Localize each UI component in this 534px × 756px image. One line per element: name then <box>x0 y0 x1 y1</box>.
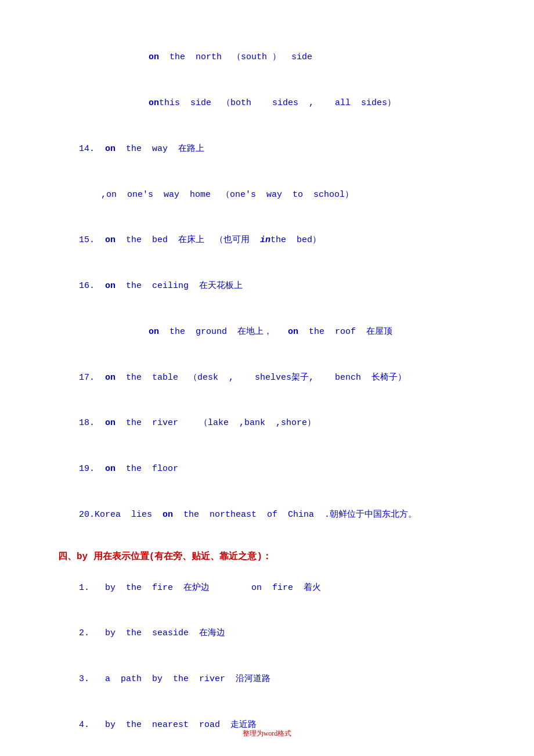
text-20: Korea lies <box>95 510 163 520</box>
line-north-side: on the north （south ） side <box>58 35 488 81</box>
text-16c: the roof 在屋顶 <box>298 327 392 337</box>
text-16b: the ground 在地上， <box>159 327 288 337</box>
kw-on-16: on <box>105 281 116 291</box>
line-14: 14. on the way 在路上 <box>58 127 488 172</box>
line-17: 17. on the table （desk , shelves架子, benc… <box>58 355 488 401</box>
keyword-on2: on <box>149 98 159 108</box>
num-by-1: 1. by the fire 在炉边 on fire 着火 <box>79 583 321 593</box>
kw-on-17: on <box>105 373 116 383</box>
kw-on-18: on <box>105 418 116 428</box>
bottom-label-container: 整理为word格式 <box>0 729 534 739</box>
num-by-3: 3. a path by the river 沿河道路 <box>79 674 270 684</box>
kw-on-15: on <box>105 235 116 245</box>
by-item-3: 3. a path by the river 沿河道路 <box>58 657 488 703</box>
num-19: 19. <box>79 464 105 474</box>
by-item-2: 2. by the seaside 在海边 <box>58 611 488 657</box>
text-19: the floor <box>116 464 178 474</box>
kw-in-15: in <box>260 235 270 245</box>
main-content: on the north （south ） side onthis side （… <box>58 35 488 756</box>
num-20: 20. <box>79 510 95 520</box>
num-by-2: 2. by the seaside 在海边 <box>79 628 225 638</box>
text-14: the way 在路上 <box>116 144 204 154</box>
text-16: the ceiling 在天花板上 <box>116 281 243 291</box>
text-14b: ,on one's way home （one's way to school） <box>91 190 353 200</box>
line-14b: ,on one's way home （one's way to school） <box>58 172 488 218</box>
text-17: the table （desk , shelves架子, bench 长椅子） <box>116 373 406 383</box>
line-16b: on the ground 在地上， on the roof 在屋顶 <box>58 309 488 355</box>
kw-on-19: on <box>105 464 116 474</box>
text-this-side: this side （both sides , all sides） <box>159 98 396 108</box>
line-19: 19. on the floor <box>58 447 488 492</box>
by-item-1: 1. by the fire 在炉边 on fire 着火 <box>58 565 488 611</box>
by-item-4: 4. by the nearest road 走近路 <box>58 703 488 748</box>
kw-on-16c: on <box>288 327 298 337</box>
section-by-title: 四、by 用在表示位置(有在旁、贴近、靠近之意)： <box>58 552 272 562</box>
kw-on-16b: on <box>149 327 159 337</box>
num-17: 17. <box>79 373 105 383</box>
text-15b: the bed） <box>270 235 321 245</box>
kw-on-20: on <box>163 510 173 520</box>
line-20: 20.Korea lies on the northeast of China … <box>58 492 488 538</box>
line-18: 18. on the river （lake ,bank ,shore） <box>58 401 488 447</box>
text-north: the north （south ） side <box>159 52 312 62</box>
bottom-label: 整理为word格式 <box>243 729 292 737</box>
num-15: 15. <box>79 235 105 245</box>
num-18: 18. <box>79 418 105 428</box>
keyword-on: on <box>149 52 159 62</box>
spacer-1 <box>58 538 488 545</box>
section-by-header: 四、by 用在表示位置(有在旁、贴近、靠近之意)： <box>58 550 488 563</box>
text-20b: the northeast of China .朝鲜位于中国东北方。 <box>173 510 417 520</box>
num-16: 16. <box>79 281 105 291</box>
text-15a: the bed 在床上 （也可用 <box>116 235 260 245</box>
spacer-2 <box>58 748 488 755</box>
line-15: 15. on the bed 在床上 （也可用 inthe bed） <box>58 218 488 264</box>
num-14: 14. <box>79 144 105 154</box>
line-16: 16. on the ceiling 在天花板上 <box>58 264 488 309</box>
line-onthis-side: onthis side （both sides , all sides） <box>58 81 488 127</box>
kw-on-14: on <box>105 144 116 154</box>
text-18: the river （lake ,bank ,shore） <box>116 418 316 428</box>
